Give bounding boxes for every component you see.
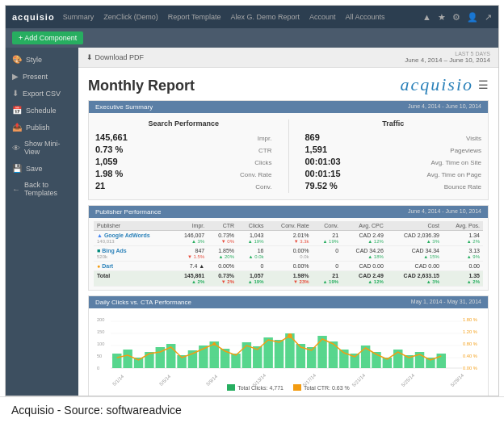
download-pdf-button[interactable]: ⬇ Download PDF	[86, 53, 144, 61]
top-icon-5[interactable]: ↗	[485, 12, 492, 23]
bing-ctr: 1.85%▲ 20%	[208, 246, 237, 262]
sidebar-item-save[interactable]: 💾 Save	[6, 160, 78, 177]
svg-rect-35	[329, 341, 338, 368]
sidebar-item-schedule[interactable]: 📅 Schedule	[6, 102, 78, 119]
total-clicks: 1,057▲ 19%	[237, 271, 267, 287]
chart-header: Daily Clicks vs. CTA Performance May 1, …	[89, 296, 488, 308]
chart-x-labels: 5/1/14 5/5/14 5/9/14 5/13/14 5/17/14 5/2…	[95, 378, 481, 383]
dart-conv: 0	[313, 262, 342, 271]
sidebar-item-publish[interactable]: 📤 Publish	[6, 119, 78, 136]
total-cost: CAD 2,633.15▲ 3%	[387, 271, 443, 287]
date-range-label: LAST 5 DAYS	[405, 51, 490, 57]
sidebar-label-save: Save	[26, 165, 43, 173]
nav-zenclick[interactable]: ZenClick (Demo)	[103, 13, 158, 21]
export-csv-icon: ⬇	[12, 89, 19, 98]
google-cost: CAD 2,036.39▲ 3%	[387, 231, 443, 246]
clicks-value: 1,059	[95, 157, 118, 166]
bing-sub: 520k	[97, 254, 107, 259]
svg-rect-38	[361, 346, 370, 368]
sidebar-item-present[interactable]: ▶ Present	[6, 68, 78, 85]
top-bar: acquisio Summary ZenClick (Demo) Report …	[6, 6, 498, 28]
pub-name-dart: ● Dart	[94, 262, 172, 271]
top-nav: Summary ZenClick (Demo) Report Template …	[63, 13, 385, 21]
metric-conv-rate: 1.98 % Conv. Rate	[95, 169, 272, 178]
metric-ctr: 0.73 % CTR	[95, 144, 272, 154]
report-logo-area: acquisio ☰	[400, 74, 489, 95]
conv-value: 21	[95, 181, 105, 191]
search-perf-title: Search Performance	[95, 119, 272, 128]
exec-summary-title: Executive Summary	[95, 103, 153, 111]
clicks-label: Clicks	[254, 159, 271, 166]
google-conv-rate: 2.01%▼ 3.3k	[267, 231, 312, 246]
metric-bounce: 79.52 % Bounce Rate	[305, 181, 482, 191]
publisher-table: Publisher Impr. CTR Clicks Conv. Rate Co…	[94, 221, 483, 287]
pub-name-google: ▲ Google AdWords 140,013	[94, 231, 172, 246]
schedule-icon: 📅	[12, 106, 22, 115]
nav-summary[interactable]: Summary	[63, 13, 94, 21]
svg-rect-18	[145, 352, 153, 368]
col-cost: Cost	[387, 221, 443, 231]
top-icon-2[interactable]: ★	[438, 12, 446, 23]
action-bar: + Add Component	[6, 28, 498, 48]
nav-account[interactable]: Account	[309, 13, 336, 21]
sidebar-item-mini-view[interactable]: 👁 Show Mini-View	[6, 136, 78, 160]
total-conv-rate: 1.98%▼ 23%	[267, 271, 312, 287]
publish-icon: 📤	[12, 123, 22, 132]
dart-label: Dart	[102, 263, 113, 269]
date-range-display: LAST 5 DAYS June 4, 2014 – June 10, 2014	[405, 51, 490, 64]
conv-rate-value: 1.98 %	[95, 169, 123, 178]
publisher-date: June 4, 2014 - June 10, 2014	[408, 208, 481, 216]
metric-time-on-page: 00:01:15 Avg. Time on Page	[305, 169, 482, 178]
nav-demo-report[interactable]: Alex G. Demo Report	[231, 13, 300, 21]
bounce-value: 79.52 %	[305, 181, 338, 191]
metric-pageviews: 1,591 Pageviews	[305, 144, 482, 154]
ctr-label: CTR	[258, 147, 271, 154]
top-icon-3[interactable]: ⚙	[452, 12, 460, 23]
chart-section: Daily Clicks vs. CTA Performance May 1, …	[88, 295, 489, 396]
publisher-title: Publisher Performance	[95, 208, 161, 216]
metric-conv: 21 Conv.	[95, 181, 272, 191]
app-logo: acquisio	[12, 12, 55, 22]
publisher-table-wrapper: Publisher Impr. CTR Clicks Conv. Rate Co…	[89, 218, 488, 290]
col-conv: Conv.	[313, 221, 342, 231]
back-icon: ←	[12, 185, 20, 194]
table-row: ▲ Google AdWords 140,013 146,007▲ 3% 0.7…	[94, 231, 483, 246]
pub-total-label: Total	[94, 271, 172, 287]
save-icon: 💾	[12, 164, 22, 173]
top-icon-1[interactable]: ▲	[422, 12, 431, 23]
top-icon-4[interactable]: 👤	[467, 12, 478, 23]
svg-rect-45	[437, 354, 446, 368]
sidebar-item-export-csv[interactable]: ⬇ Export CSV	[6, 85, 78, 102]
col-publisher: Publisher	[94, 221, 172, 231]
google-avg-pos: 1.34▲ 2%	[443, 231, 483, 246]
sidebar-item-back-templates[interactable]: ← Back to Templates	[6, 177, 78, 201]
caption-text: Acquisio - Source: softwareadvice	[11, 404, 182, 417]
date-range-value: June 4, 2014 – June 10, 2014	[405, 57, 490, 64]
sidebar-item-style[interactable]: 🎨 Style	[6, 51, 78, 68]
ctr-value: 0.73 %	[95, 144, 123, 154]
legend-ctr-color	[293, 384, 301, 391]
nav-all-accounts[interactable]: All Accounts	[346, 13, 385, 21]
sidebar-label-back: Back to Templates	[24, 181, 72, 197]
google-icon: ▲	[97, 232, 104, 238]
google-conv: 21▲ 19%	[313, 231, 342, 246]
traffic-col: Traffic 869 Visits 1,591 Pageviews	[305, 119, 482, 193]
main-content: ⬇ Download PDF LAST 5 DAYS June 4, 2014 …	[78, 48, 498, 396]
publisher-header: Publisher Performance June 4, 2014 - Jun…	[89, 206, 488, 218]
bing-impr: 847▼ 1.5%	[172, 246, 208, 262]
visits-value: 869	[305, 132, 320, 142]
total-ctr: 0.73%▼ 2%	[208, 271, 237, 287]
total-avg-cpc: CAD 2.49▲ 12%	[342, 271, 387, 287]
svg-text:1.20 %: 1.20 %	[463, 329, 477, 334]
nav-report-template[interactable]: Report Template	[168, 13, 221, 21]
report-header: Monthly Report acquisio ☰	[88, 74, 489, 95]
col-conv-rate: Conv. Rate	[267, 221, 312, 231]
add-component-button[interactable]: + Add Component	[12, 31, 83, 44]
svg-text:1.80 %: 1.80 %	[463, 317, 477, 322]
google-label: Google AdWords	[104, 232, 150, 238]
sidebar-label-present: Present	[23, 73, 48, 81]
logo-menu-icon[interactable]: ☰	[478, 78, 489, 91]
total-impr: 145,861▲ 2%	[172, 271, 208, 287]
svg-text:150: 150	[97, 329, 105, 334]
bing-avg-cpc: CAD 34.26▲ 18%	[342, 246, 387, 262]
